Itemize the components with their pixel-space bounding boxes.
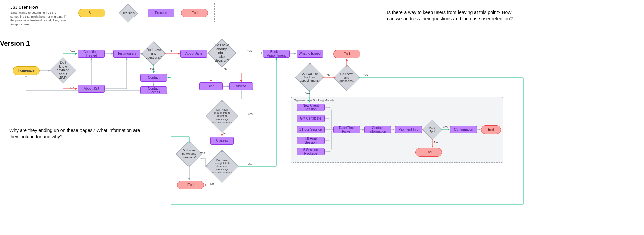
node-book-appointment: Book an Appointment (263, 50, 290, 58)
label-no-1: No (70, 86, 74, 90)
label-yes-1: Yes (70, 50, 75, 53)
label-no-4: No (223, 132, 227, 135)
label-yes-9: Yes (443, 125, 448, 129)
node-contact-info: Contact Information (364, 126, 391, 133)
node-homepage: Homepage (13, 66, 40, 75)
label-no-7: No (434, 141, 438, 144)
title-desc: Sarah wants to determine if JSJ is somet… (10, 11, 67, 27)
node-end-book-yes: End (481, 125, 501, 134)
node-testimonials: Testimonials (113, 50, 140, 58)
node-enough-info: Do I have enough info to make a decision… (212, 43, 232, 63)
node-1-hour: 1 Hour Session (297, 126, 325, 133)
legend-end: End (181, 9, 208, 17)
label-yes-3: Yes (247, 49, 252, 52)
node-payment: Payment Info (395, 126, 422, 133)
node-confirmation: Confirmation (450, 126, 477, 133)
node-datetime: Date/Time Picker (333, 126, 360, 133)
node-end-book-no: End (415, 148, 442, 157)
node-book-appt-decision: Book Appt (425, 123, 439, 137)
node-blog: Blog (199, 82, 223, 90)
title-text: JSJ User Flow (10, 5, 67, 10)
label-yes-4: Yes (248, 112, 253, 116)
label-yes-7: Yes (305, 92, 310, 95)
label-no-5: No (210, 182, 214, 185)
label-no-6: No (327, 73, 331, 76)
node-about-jane: About Jane (180, 50, 207, 58)
annotation-left: Why are they ending up on these pages? W… (9, 127, 140, 140)
legend-process: Process (148, 9, 174, 17)
node-credibility-1: Do I have enough info to detemine credib… (210, 104, 234, 128)
booking-module-title: Squarespace Booking Module (294, 99, 334, 102)
node-about-jsj: About JSJ (78, 85, 105, 93)
title-box: JSJ User Flow Sarah wants to determine i… (7, 3, 70, 21)
node-videos: Videos (229, 82, 253, 90)
node-credibility-2: Do I have enough info to detemine credib… (210, 155, 234, 178)
legend-decision: Decision (121, 7, 135, 20)
label-yes-8: Yes (363, 73, 368, 76)
node-classes: Classes (210, 137, 234, 145)
annotation-right: Is there a way to keep users from leavin… (387, 9, 515, 22)
node-contact-success: Contact Success (140, 86, 167, 94)
label-no-2: No (170, 50, 174, 53)
node-conditions: Conditions Treated (78, 50, 105, 58)
node-5-session: 5 Session Package (297, 148, 325, 155)
node-want-book: Do I want to book an apppointment? (299, 67, 320, 88)
node-questions-1: Do I have any questions? (145, 45, 162, 62)
label-yes-5: Yes (248, 163, 253, 166)
legend-start: Start (78, 9, 105, 17)
node-new-client: New Client Session (297, 104, 325, 111)
node-questions-2: Do I have any questions? (337, 68, 356, 87)
version-heading: Version 1 (0, 40, 30, 47)
node-ask-questions: Do I want to ask any questions? (180, 145, 199, 163)
label-yes-2: Yes (150, 67, 155, 70)
node-gift-cert: Gift Certificate (297, 115, 325, 122)
node-1-5-hour: 1.5 Hour Session (297, 137, 325, 144)
label-no-3: No (224, 67, 228, 70)
node-contact: Contact (140, 74, 167, 82)
node-know-jsj: Do I know anything about JSJ? (54, 61, 72, 80)
node-end-top: End (333, 50, 360, 58)
node-end-left: End (177, 181, 204, 189)
label-yes-6: Yes (200, 151, 205, 155)
node-what-expect: What to Expect (297, 50, 323, 58)
